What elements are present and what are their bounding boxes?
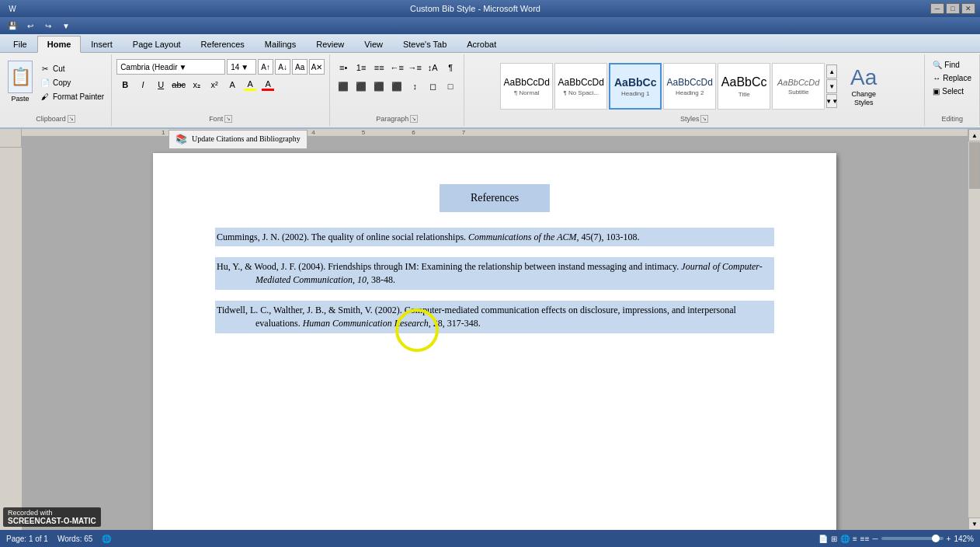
font-color-button[interactable]: A xyxy=(259,79,276,91)
tab-review[interactable]: Review xyxy=(306,35,354,52)
copy-button[interactable]: 📄 Copy xyxy=(37,76,106,89)
paragraph-row1: ≡• 1≡ ≡≡ ←≡ →≡ ↕A ¶ xyxy=(335,59,459,76)
zoom-control[interactable]: ─ + 142% xyxy=(872,535,974,543)
tab-file[interactable]: File xyxy=(3,35,37,52)
word-icon: W xyxy=(5,2,20,16)
border-button[interactable]: □ xyxy=(442,78,459,95)
document-scroll-area[interactable]: 1 2 3 4 5 6 7 📚 Update Citations and Bib… xyxy=(22,129,968,530)
zoom-in-button[interactable]: + xyxy=(947,535,951,543)
change-styles-button[interactable]: Aa Change Styles xyxy=(839,62,888,110)
styles-scroll-down[interactable]: ▼ xyxy=(826,79,837,93)
format-painter-button[interactable]: 🖌 Format Painter xyxy=(37,90,106,103)
view-draft-btn[interactable]: ≡≡ xyxy=(860,535,870,543)
save-qa-button[interactable]: 💾 xyxy=(5,19,20,33)
style-heading1-label: Heading 1 xyxy=(621,90,649,97)
replace-button[interactable]: ↔ Replace xyxy=(930,72,975,84)
scroll-thumb[interactable] xyxy=(969,142,980,189)
select-button[interactable]: ▣ Select xyxy=(930,85,967,97)
font-expander[interactable]: ↘ xyxy=(224,115,232,123)
decrease-indent-button[interactable]: ←≡ xyxy=(388,59,405,76)
left-ruler xyxy=(0,129,22,530)
editing-group-content: 🔍 Find ↔ Replace ▣ Select xyxy=(930,56,975,113)
bullets-button[interactable]: ≡• xyxy=(335,59,352,76)
strikethrough-button[interactable]: abc xyxy=(170,76,187,93)
tab-mailings[interactable]: Mailings xyxy=(255,35,306,52)
font-color-icon: A xyxy=(265,79,270,89)
line-spacing-button[interactable]: ↕ xyxy=(406,78,423,95)
font-size-dropdown-icon: ▼ xyxy=(241,63,248,71)
tab-references[interactable]: References xyxy=(191,35,255,52)
view-print-btn[interactable]: 📄 xyxy=(818,535,828,543)
paragraph-group-label: Paragraph ↘ xyxy=(335,113,459,124)
tab-home[interactable]: Home xyxy=(37,36,82,53)
style-heading1-preview: AaBbCc xyxy=(614,76,656,89)
find-button[interactable]: 🔍 Find xyxy=(930,59,962,71)
zoom-slider[interactable] xyxy=(881,537,944,540)
superscript-button[interactable]: x² xyxy=(206,76,223,93)
styles-expander[interactable]: ↘ xyxy=(700,115,708,123)
style-heading2[interactable]: AaBbCcDd Heading 2 xyxy=(663,63,716,110)
multilevel-list-button[interactable]: ≡≡ xyxy=(370,59,387,76)
style-title[interactable]: AaBbCc Title xyxy=(718,63,770,110)
document-content-area: 📚 Update Citations and Bibliography Refe… xyxy=(22,138,968,530)
minimize-button[interactable]: ─ xyxy=(930,3,944,14)
view-fullscreen-btn[interactable]: ⊞ xyxy=(831,535,837,543)
text-effects-button[interactable]: A xyxy=(224,76,241,93)
show-marks-button[interactable]: ¶ xyxy=(442,59,459,76)
paste-button[interactable]: 📋 Paste xyxy=(5,59,36,104)
clipboard-expander[interactable]: ↘ xyxy=(68,115,75,123)
tab-page-layout[interactable]: Page Layout xyxy=(123,35,191,52)
citation-toolbar[interactable]: 📚 Update Citations and Bibliography xyxy=(169,130,308,149)
main-area: 1 2 3 4 5 6 7 📚 Update Citations and Bib… xyxy=(0,129,980,530)
undo-qa-button[interactable]: ↩ xyxy=(23,19,38,33)
font-size-combo[interactable]: 14 ▼ xyxy=(227,59,256,75)
center-button[interactable]: ⬛ xyxy=(353,78,370,95)
align-left-button[interactable]: ⬛ xyxy=(335,78,352,95)
numbering-button[interactable]: 1≡ xyxy=(353,59,370,76)
align-right-button[interactable]: ⬛ xyxy=(370,78,387,95)
view-outline-btn[interactable]: ≡ xyxy=(853,535,857,543)
change-case-button[interactable]: Aa xyxy=(292,59,308,75)
style-heading1[interactable]: AaBbCc Heading 1 xyxy=(609,63,662,110)
close-button[interactable]: ✕ xyxy=(961,3,975,14)
qa-dropdown-button[interactable]: ▼ xyxy=(58,19,74,33)
styles-more-button[interactable]: ▼▼ xyxy=(826,94,837,108)
increase-indent-button[interactable]: →≡ xyxy=(406,59,423,76)
shading-button[interactable]: ◻ xyxy=(424,78,441,95)
grow-font-button[interactable]: A↑ xyxy=(258,59,273,75)
highlight-color-button[interactable]: A xyxy=(242,79,259,91)
paragraph-expander[interactable]: ↘ xyxy=(410,115,418,123)
scroll-down-button[interactable]: ▼ xyxy=(968,517,980,530)
underline-button[interactable]: U xyxy=(152,76,169,93)
formatting-row: B I U abc x₂ x² A A A xyxy=(116,76,276,93)
table-row: Tidwell, L. C., Walther, J. B., & Smith,… xyxy=(215,301,774,333)
tab-steves-tab[interactable]: Steve's Tab xyxy=(393,35,457,52)
tab-insert[interactable]: Insert xyxy=(81,35,123,52)
zoom-thumb[interactable] xyxy=(932,535,940,542)
sort-button[interactable]: ↕A xyxy=(424,59,441,76)
scroll-track[interactable] xyxy=(968,141,980,517)
horizontal-ruler: 1 2 3 4 5 6 7 xyxy=(22,129,968,138)
bold-button[interactable]: B xyxy=(116,76,134,93)
font-name-combo[interactable]: Cambria (Headir ▼ xyxy=(116,59,225,75)
redo-qa-button[interactable]: ↪ xyxy=(40,19,56,33)
zoom-out-button[interactable]: ─ xyxy=(872,535,877,543)
clear-formatting-button[interactable]: A✕ xyxy=(309,59,325,75)
tab-acrobat[interactable]: Acrobat xyxy=(457,35,506,52)
styles-scroll-up[interactable]: ▲ xyxy=(826,64,837,78)
cut-button[interactable]: ✂ Cut xyxy=(37,62,106,75)
style-no-spacing-label: ¶ No Spaci... xyxy=(563,89,599,96)
view-web-btn[interactable]: 🌐 xyxy=(840,535,850,543)
shrink-font-button[interactable]: A↓ xyxy=(275,59,290,75)
subscript-button[interactable]: x₂ xyxy=(188,76,205,93)
maximize-button[interactable]: □ xyxy=(946,3,960,14)
tab-view[interactable]: View xyxy=(354,35,393,52)
style-normal[interactable]: AaBbCcDd ¶ Normal xyxy=(500,63,553,110)
style-subtitle[interactable]: AaBbCcDd Subtitle xyxy=(772,63,825,110)
highlight-color-bar xyxy=(244,89,256,91)
style-no-spacing[interactable]: AaBbCcDd ¶ No Spaci... xyxy=(554,63,607,110)
italic-button[interactable]: I xyxy=(134,76,151,93)
justify-button[interactable]: ⬛ xyxy=(388,78,405,95)
vertical-scrollbar: ▲ ▼ xyxy=(968,129,980,530)
scroll-up-button[interactable]: ▲ xyxy=(968,129,980,141)
